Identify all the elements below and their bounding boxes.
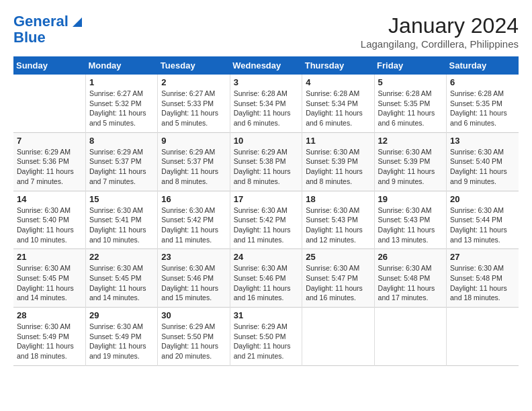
day-number: 18	[306, 194, 370, 204]
day-info: Sunrise: 6:30 AM Sunset: 5:48 PM Dayligh…	[378, 263, 443, 303]
day-number: 17	[234, 194, 298, 204]
day-info: Sunrise: 6:30 AM Sunset: 5:39 PM Dayligh…	[306, 147, 370, 187]
calendar-cell: 10Sunrise: 6:29 AM Sunset: 5:38 PM Dayli…	[230, 132, 302, 191]
day-info: Sunrise: 6:29 AM Sunset: 5:37 PM Dayligh…	[161, 147, 226, 187]
calendar-cell: 30Sunrise: 6:29 AM Sunset: 5:50 PM Dayli…	[158, 308, 230, 366]
day-info: Sunrise: 6:29 AM Sunset: 5:50 PM Dayligh…	[161, 322, 226, 361]
day-info: Sunrise: 6:29 AM Sunset: 5:38 PM Dayligh…	[234, 147, 298, 187]
day-info: Sunrise: 6:28 AM Sunset: 5:34 PM Dayligh…	[306, 89, 370, 128]
day-info: Sunrise: 6:30 AM Sunset: 5:45 PM Dayligh…	[17, 263, 82, 303]
calendar-cell: 28Sunrise: 6:30 AM Sunset: 5:49 PM Dayli…	[13, 308, 85, 366]
calendar-cell: 25Sunrise: 6:30 AM Sunset: 5:47 PM Dayli…	[302, 249, 374, 308]
day-number: 16	[161, 194, 226, 204]
logo-blue: Blue	[13, 30, 46, 46]
calendar-cell: 11Sunrise: 6:30 AM Sunset: 5:39 PM Dayli…	[302, 132, 374, 191]
day-info: Sunrise: 6:28 AM Sunset: 5:34 PM Dayligh…	[234, 89, 298, 128]
calendar-cell: 15Sunrise: 6:30 AM Sunset: 5:41 PM Dayli…	[85, 191, 157, 249]
day-info: Sunrise: 6:30 AM Sunset: 5:44 PM Dayligh…	[450, 205, 515, 245]
calendar-week-row: 21Sunrise: 6:30 AM Sunset: 5:45 PM Dayli…	[13, 249, 519, 308]
main-title: January 2024	[361, 13, 519, 38]
day-number: 3	[234, 77, 298, 87]
day-number: 2	[161, 77, 226, 87]
day-info: Sunrise: 6:30 AM Sunset: 5:46 PM Dayligh…	[161, 263, 226, 303]
day-info: Sunrise: 6:30 AM Sunset: 5:43 PM Dayligh…	[306, 205, 370, 245]
day-of-week-header: Friday	[374, 56, 446, 75]
calendar-cell: 16Sunrise: 6:30 AM Sunset: 5:42 PM Dayli…	[158, 191, 230, 249]
day-number: 11	[306, 136, 370, 146]
day-of-week-header: Sunday	[13, 56, 85, 75]
calendar-cell: 20Sunrise: 6:30 AM Sunset: 5:44 PM Dayli…	[447, 191, 519, 249]
calendar-cell: 18Sunrise: 6:30 AM Sunset: 5:43 PM Dayli…	[302, 191, 374, 249]
day-number: 14	[17, 194, 82, 204]
calendar-header-row: SundayMondayTuesdayWednesdayThursdayFrid…	[13, 56, 519, 75]
day-info: Sunrise: 6:30 AM Sunset: 5:49 PM Dayligh…	[89, 322, 154, 361]
day-info: Sunrise: 6:30 AM Sunset: 5:42 PM Dayligh…	[161, 205, 226, 245]
calendar-cell: 12Sunrise: 6:30 AM Sunset: 5:39 PM Dayli…	[374, 132, 446, 191]
day-number: 20	[450, 194, 515, 204]
day-number: 23	[161, 252, 226, 262]
day-info: Sunrise: 6:30 AM Sunset: 5:45 PM Dayligh…	[89, 263, 154, 303]
page-header: General Blue January 2024 Lagangilang, C…	[13, 13, 519, 50]
calendar-cell: 26Sunrise: 6:30 AM Sunset: 5:48 PM Dayli…	[374, 249, 446, 308]
calendar-cell: 2Sunrise: 6:27 AM Sunset: 5:33 PM Daylig…	[158, 75, 230, 132]
calendar-cell: 7Sunrise: 6:29 AM Sunset: 5:36 PM Daylig…	[13, 132, 85, 191]
logo-icon	[70, 15, 82, 27]
calendar-cell	[447, 308, 519, 366]
day-number: 29	[89, 310, 154, 320]
calendar-cell	[374, 308, 446, 366]
day-number: 25	[306, 252, 370, 262]
day-number: 31	[234, 310, 298, 320]
day-info: Sunrise: 6:27 AM Sunset: 5:33 PM Dayligh…	[161, 89, 226, 128]
day-info: Sunrise: 6:30 AM Sunset: 5:49 PM Dayligh…	[17, 322, 82, 361]
calendar-cell: 19Sunrise: 6:30 AM Sunset: 5:43 PM Dayli…	[374, 191, 446, 249]
calendar-cell: 31Sunrise: 6:29 AM Sunset: 5:50 PM Dayli…	[230, 308, 302, 366]
day-info: Sunrise: 6:30 AM Sunset: 5:43 PM Dayligh…	[378, 205, 443, 245]
calendar-week-row: 1Sunrise: 6:27 AM Sunset: 5:32 PM Daylig…	[13, 75, 519, 132]
day-number: 6	[450, 77, 515, 87]
calendar-cell: 17Sunrise: 6:30 AM Sunset: 5:42 PM Dayli…	[230, 191, 302, 249]
calendar-cell: 23Sunrise: 6:30 AM Sunset: 5:46 PM Dayli…	[158, 249, 230, 308]
day-info: Sunrise: 6:30 AM Sunset: 5:42 PM Dayligh…	[234, 205, 298, 245]
calendar-cell: 9Sunrise: 6:29 AM Sunset: 5:37 PM Daylig…	[158, 132, 230, 191]
title-section: January 2024 Lagangilang, Cordillera, Ph…	[361, 13, 519, 50]
day-info: Sunrise: 6:30 AM Sunset: 5:48 PM Dayligh…	[450, 263, 515, 303]
day-info: Sunrise: 6:30 AM Sunset: 5:41 PM Dayligh…	[89, 205, 154, 245]
day-number: 9	[161, 136, 226, 146]
calendar-cell: 13Sunrise: 6:30 AM Sunset: 5:40 PM Dayli…	[447, 132, 519, 191]
calendar-cell: 21Sunrise: 6:30 AM Sunset: 5:45 PM Dayli…	[13, 249, 85, 308]
calendar-week-row: 28Sunrise: 6:30 AM Sunset: 5:49 PM Dayli…	[13, 308, 519, 366]
calendar-cell: 29Sunrise: 6:30 AM Sunset: 5:49 PM Dayli…	[85, 308, 157, 366]
day-info: Sunrise: 6:30 AM Sunset: 5:39 PM Dayligh…	[378, 147, 443, 187]
day-number: 30	[161, 310, 226, 320]
calendar-cell: 6Sunrise: 6:28 AM Sunset: 5:35 PM Daylig…	[447, 75, 519, 132]
day-number: 22	[89, 252, 154, 262]
calendar-cell: 3Sunrise: 6:28 AM Sunset: 5:34 PM Daylig…	[230, 75, 302, 132]
day-number: 13	[450, 136, 515, 146]
day-info: Sunrise: 6:29 AM Sunset: 5:37 PM Dayligh…	[89, 147, 154, 187]
day-info: Sunrise: 6:28 AM Sunset: 5:35 PM Dayligh…	[378, 89, 443, 128]
day-number: 15	[89, 194, 154, 204]
day-number: 27	[450, 252, 515, 262]
day-info: Sunrise: 6:30 AM Sunset: 5:40 PM Dayligh…	[450, 147, 515, 187]
svg-marker-0	[73, 17, 82, 27]
day-number: 12	[378, 136, 443, 146]
logo: General Blue	[13, 13, 82, 46]
day-number: 28	[17, 310, 82, 320]
calendar-cell: 22Sunrise: 6:30 AM Sunset: 5:45 PM Dayli…	[85, 249, 157, 308]
subtitle: Lagangilang, Cordillera, Philippines	[361, 38, 519, 50]
calendar-cell	[302, 308, 374, 366]
calendar-cell: 24Sunrise: 6:30 AM Sunset: 5:46 PM Dayli…	[230, 249, 302, 308]
day-number: 21	[17, 252, 82, 262]
calendar-cell: 14Sunrise: 6:30 AM Sunset: 5:40 PM Dayli…	[13, 191, 85, 249]
day-number: 1	[89, 77, 154, 87]
day-number: 24	[234, 252, 298, 262]
day-number: 19	[378, 194, 443, 204]
day-of-week-header: Tuesday	[158, 56, 230, 75]
calendar-cell: 27Sunrise: 6:30 AM Sunset: 5:48 PM Dayli…	[447, 249, 519, 308]
day-number: 26	[378, 252, 443, 262]
day-info: Sunrise: 6:30 AM Sunset: 5:47 PM Dayligh…	[306, 263, 370, 303]
day-info: Sunrise: 6:29 AM Sunset: 5:50 PM Dayligh…	[234, 322, 298, 361]
day-info: Sunrise: 6:27 AM Sunset: 5:32 PM Dayligh…	[89, 89, 154, 128]
day-info: Sunrise: 6:30 AM Sunset: 5:46 PM Dayligh…	[234, 263, 298, 303]
day-of-week-header: Monday	[85, 56, 157, 75]
